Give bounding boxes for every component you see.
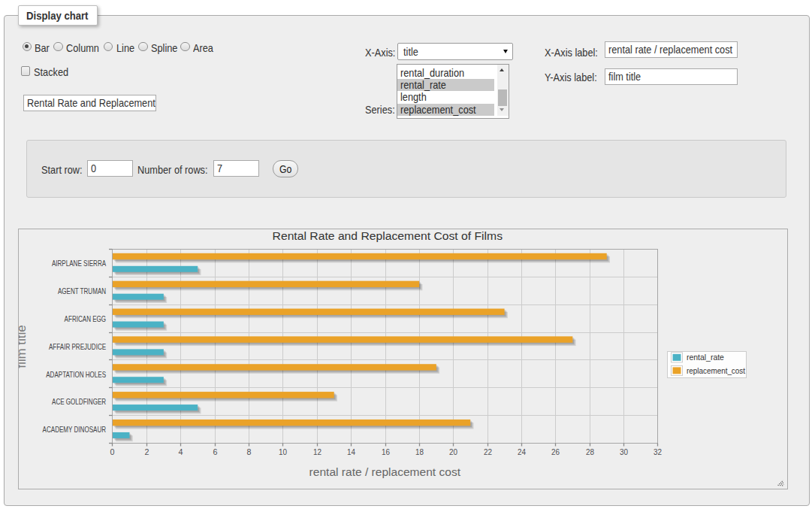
svg-text:10: 10 bbox=[279, 447, 287, 456]
svg-text:AGENT TRUMAN: AGENT TRUMAN bbox=[58, 287, 106, 295]
svg-text:30: 30 bbox=[620, 447, 628, 456]
svg-text:14: 14 bbox=[347, 447, 355, 456]
svg-text:8: 8 bbox=[247, 447, 252, 456]
svg-text:18: 18 bbox=[415, 447, 424, 456]
svg-text:rental rate / replacement cost: rental rate / replacement cost bbox=[309, 466, 461, 478]
svg-text:AIRPLANE SIERRA: AIRPLANE SIERRA bbox=[52, 259, 106, 268]
svg-text:Rental Rate and Replacement Co: Rental Rate and Replacement Cost of Film… bbox=[273, 230, 503, 242]
svg-text:32: 32 bbox=[654, 447, 662, 456]
svg-text:20: 20 bbox=[449, 447, 457, 456]
svg-text:4: 4 bbox=[179, 447, 183, 456]
svg-text:22: 22 bbox=[484, 447, 492, 456]
svg-text:16: 16 bbox=[382, 447, 390, 456]
svg-text:ACE GOLDFINGER: ACE GOLDFINGER bbox=[52, 398, 106, 406]
svg-text:12: 12 bbox=[313, 447, 321, 456]
svg-text:ADAPTATION HOLES: ADAPTATION HOLES bbox=[46, 371, 106, 379]
svg-text:0: 0 bbox=[110, 447, 115, 456]
svg-text:ACADEMY DINOSAUR: ACADEMY DINOSAUR bbox=[43, 426, 107, 434]
svg-text:26: 26 bbox=[551, 447, 560, 456]
svg-text:24: 24 bbox=[518, 447, 526, 456]
svg-text:6: 6 bbox=[213, 447, 218, 456]
svg-text:AFFAIR PREJUDICE: AFFAIR PREJUDICE bbox=[49, 343, 106, 351]
svg-text:2: 2 bbox=[145, 447, 149, 456]
svg-text:28: 28 bbox=[586, 447, 594, 456]
svg-text:replacement_cost: replacement_cost bbox=[687, 366, 745, 375]
svg-text:film title: film title bbox=[19, 325, 28, 368]
svg-text:AFRICAN EGG: AFRICAN EGG bbox=[65, 315, 107, 323]
svg-text:rental_rate: rental_rate bbox=[687, 353, 724, 362]
